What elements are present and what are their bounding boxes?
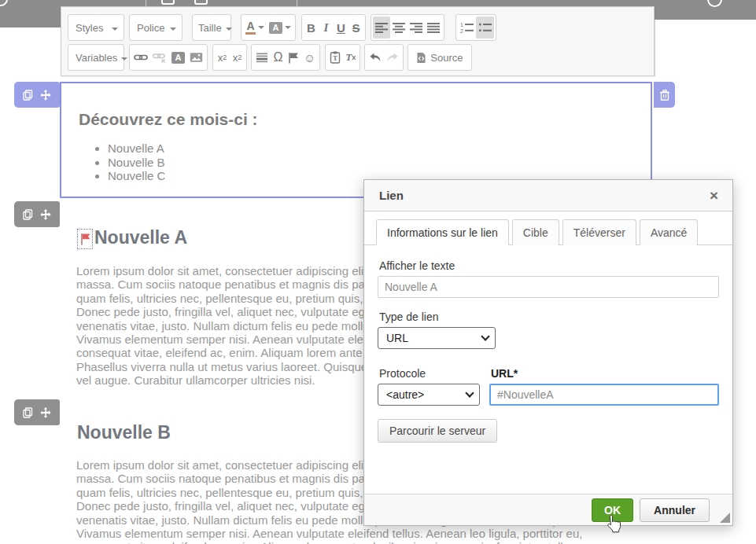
align-left-icon [375,22,388,33]
link-type-select[interactable]: URL [378,327,496,349]
bulleted-list-button[interactable] [476,17,494,39]
background-color-button[interactable]: A [267,17,293,39]
move-icon[interactable] [40,407,51,418]
source-button-label: Source [430,52,463,64]
topbar-tool-icon[interactable] [194,0,208,5]
unlink-button[interactable] [150,46,169,68]
size-combo[interactable]: Taille [192,14,231,41]
tab-link-info[interactable]: Informations sur le lien [376,219,509,245]
dialog-footer: OK Annuler [364,494,732,525]
background-color-icon: A [269,22,282,34]
link-dialog: Lien × Informations sur le lien Cible Té… [363,179,733,526]
anchor-flag-button[interactable] [286,46,301,68]
chevron-down-icon [465,388,474,397]
special-char-button[interactable]: Ω [271,46,286,68]
numbered-list-icon: 12 [460,22,474,33]
source-button-group: Source [408,44,471,71]
align-right-icon [410,22,422,33]
block-handle-intro[interactable] [14,82,60,108]
tab-advanced[interactable]: Avancé [640,219,698,245]
link-button[interactable] [131,46,150,68]
intro-heading: Découvrez ce mois-ci : [79,110,258,129]
image-icon [190,52,203,63]
chevron-down-icon [258,26,264,32]
display-text-input[interactable] [378,276,719,298]
subscript-button[interactable]: x2 [215,46,230,68]
align-right-button[interactable] [408,17,425,39]
intro-list: Nouvelle A Nouvelle B Nouvelle C [89,142,165,183]
section-b-heading: Nouvelle B [77,422,171,443]
tab-upload[interactable]: Téléverser [562,219,636,245]
list-item[interactable]: Nouvelle B [108,156,165,170]
font-combo[interactable]: Police [129,14,183,41]
url-label: URL* [491,367,719,380]
format-button-group: B I U S [301,14,366,41]
copy-icon[interactable] [23,407,33,418]
browse-server-button[interactable]: Parcourir le serveur [378,419,497,443]
link-button-group: A [129,44,208,71]
paste-icon: T [330,51,341,64]
protocol-select[interactable]: <autre> [378,384,480,406]
align-left-button[interactable] [373,17,390,39]
link-icon [134,52,148,63]
size-combo-label: Taille [198,22,222,34]
tab-target[interactable]: Cible [512,219,559,245]
chevron-down-icon [170,28,176,34]
svg-text:T: T [333,54,337,62]
superscript-button[interactable]: x2 [230,46,245,68]
variables-combo[interactable]: Variables [68,44,124,71]
smiley-button[interactable]: ☺ [301,46,318,68]
move-icon[interactable] [40,90,51,101]
align-center-button[interactable] [390,17,408,39]
paste-from-word-button[interactable]: T [327,46,343,68]
horizontal-rule-button[interactable] [253,46,271,68]
copy-icon[interactable] [23,90,33,101]
omega-icon: Ω [274,50,283,64]
bold-button[interactable]: B [304,17,319,39]
topbar-separator [146,0,146,6]
cancel-button[interactable]: Annuler [640,498,710,522]
list-item[interactable]: Nouvelle C [108,169,165,183]
url-input[interactable] [489,384,719,406]
justify-button[interactable] [425,17,442,39]
undo-button[interactable] [367,46,384,68]
anchor-button[interactable]: A [169,46,187,68]
text-color-button[interactable]: A [243,17,267,39]
dialog-tabs: Informations sur le lien Cible Téléverse… [364,211,732,245]
list-item[interactable]: Nouvelle A [108,142,165,156]
source-button[interactable]: Source [410,46,469,69]
toolbar-row-1: Styles Police Taille A A B [68,14,496,41]
block-handle-section-b[interactable] [14,399,60,425]
delete-block-button[interactable] [654,82,675,108]
undo-icon [369,53,382,63]
horizontal-rule-icon [256,52,268,63]
protocol-url-row: Protocole <autre> URL* [378,367,719,406]
move-icon[interactable] [40,209,51,220]
italic-button[interactable]: I [319,17,334,39]
align-center-icon [393,22,405,33]
dialog-title-bar[interactable]: Lien × [364,180,732,211]
image-button[interactable] [187,46,205,68]
block-handle-section-a[interactable] [14,201,60,227]
copy-icon[interactable] [23,209,33,220]
styles-combo[interactable]: Styles [68,14,124,41]
svg-text:2: 2 [460,28,463,33]
protocol-label: Protocole [379,367,480,380]
dialog-resize-handle[interactable] [720,513,730,523]
redo-icon [386,53,399,63]
redo-button[interactable] [384,46,401,68]
close-icon[interactable]: × [706,186,721,204]
anchor-marker[interactable] [77,229,93,249]
color-button-group: A A [241,14,296,41]
toolbar-row-2: Variables A x2 x2 [68,44,472,71]
chevron-down-icon [121,57,127,64]
link-type-label: Type de lien [379,311,719,323]
chevron-down-icon [285,26,291,32]
underline-button[interactable]: U [334,17,348,39]
section-a-heading: Nouvelle A [94,227,187,248]
remove-format-button[interactable]: Tx [343,46,358,68]
numbered-list-button[interactable]: 12 [458,17,476,39]
justify-icon [427,22,440,33]
strikethrough-button[interactable]: S [348,17,363,39]
topbar-tool-icon[interactable] [161,0,175,5]
